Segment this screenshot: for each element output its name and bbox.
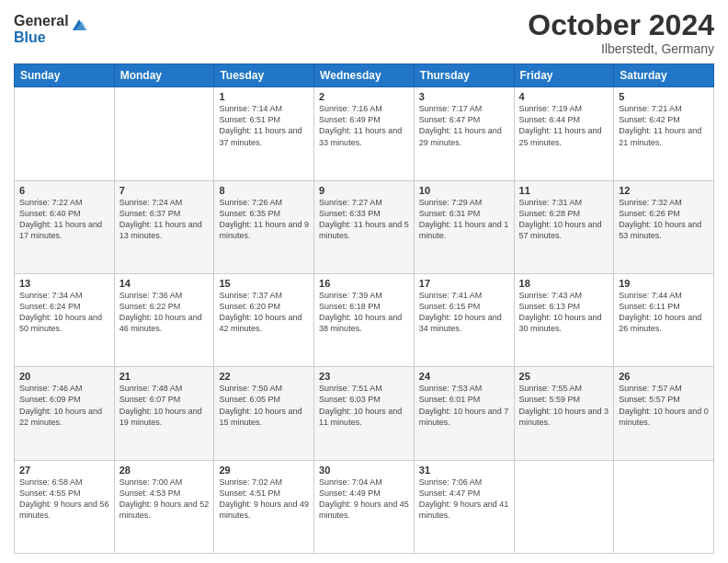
day-info: Sunrise: 7:32 AMSunset: 6:26 PMDaylight:… xyxy=(619,197,709,242)
calendar-cell: 20Sunrise: 7:46 AMSunset: 6:09 PMDayligh… xyxy=(15,367,115,460)
calendar-cell xyxy=(514,460,614,553)
calendar-table: SundayMondayTuesdayWednesdayThursdayFrid… xyxy=(14,63,714,554)
calendar-cell xyxy=(114,87,214,180)
calendar-cell: 14Sunrise: 7:36 AMSunset: 6:22 PMDayligh… xyxy=(114,273,214,366)
day-info: Sunrise: 7:48 AMSunset: 6:07 PMDaylight:… xyxy=(119,383,210,428)
day-number: 26 xyxy=(619,371,709,382)
calendar-cell: 3Sunrise: 7:17 AMSunset: 6:47 PMDaylight… xyxy=(414,87,514,180)
calendar-cell: 1Sunrise: 7:14 AMSunset: 6:51 PMDaylight… xyxy=(214,87,314,180)
day-number: 27 xyxy=(19,465,109,476)
day-info: Sunrise: 7:51 AMSunset: 6:03 PMDaylight:… xyxy=(319,383,409,428)
header-cell-thursday: Thursday xyxy=(414,64,514,87)
day-info: Sunrise: 7:53 AMSunset: 6:01 PMDaylight:… xyxy=(419,383,509,428)
day-number: 16 xyxy=(319,278,409,289)
day-number: 23 xyxy=(319,371,409,382)
day-number: 17 xyxy=(419,278,509,289)
calendar-week-3: 20Sunrise: 7:46 AMSunset: 6:09 PMDayligh… xyxy=(15,367,714,460)
day-number: 25 xyxy=(519,371,609,382)
calendar-cell: 17Sunrise: 7:41 AMSunset: 6:15 PMDayligh… xyxy=(414,273,514,366)
day-info: Sunrise: 7:16 AMSunset: 6:49 PMDaylight:… xyxy=(319,103,409,148)
day-number: 21 xyxy=(119,371,210,382)
header-cell-friday: Friday xyxy=(514,64,614,87)
day-info: Sunrise: 7:27 AMSunset: 6:33 PMDaylight:… xyxy=(319,197,409,242)
title-block: October 2024 Ilberstedt, Germany xyxy=(528,9,714,56)
calendar-cell: 15Sunrise: 7:37 AMSunset: 6:20 PMDayligh… xyxy=(214,273,314,366)
calendar-cell xyxy=(15,87,115,180)
calendar-cell: 24Sunrise: 7:53 AMSunset: 6:01 PMDayligh… xyxy=(414,367,514,460)
day-number: 4 xyxy=(519,91,609,102)
calendar-cell: 12Sunrise: 7:32 AMSunset: 6:26 PMDayligh… xyxy=(614,180,714,273)
logo-blue: Blue xyxy=(14,29,69,46)
day-number: 6 xyxy=(19,185,109,196)
calendar-cell xyxy=(614,460,714,553)
calendar-cell: 22Sunrise: 7:50 AMSunset: 6:05 PMDayligh… xyxy=(214,367,314,460)
day-info: Sunrise: 7:17 AMSunset: 6:47 PMDaylight:… xyxy=(419,103,509,148)
header-cell-tuesday: Tuesday xyxy=(214,64,314,87)
day-number: 9 xyxy=(319,185,409,196)
header-cell-sunday: Sunday xyxy=(15,64,115,87)
day-info: Sunrise: 7:37 AMSunset: 6:20 PMDaylight:… xyxy=(219,290,309,335)
calendar-cell: 18Sunrise: 7:43 AMSunset: 6:13 PMDayligh… xyxy=(514,273,614,366)
calendar-cell: 6Sunrise: 7:22 AMSunset: 6:40 PMDaylight… xyxy=(15,180,115,273)
day-number: 12 xyxy=(619,185,709,196)
calendar-cell: 4Sunrise: 7:19 AMSunset: 6:44 PMDaylight… xyxy=(514,87,614,180)
day-number: 11 xyxy=(519,185,609,196)
calendar-cell: 16Sunrise: 7:39 AMSunset: 6:18 PMDayligh… xyxy=(314,273,415,366)
day-info: Sunrise: 7:41 AMSunset: 6:15 PMDaylight:… xyxy=(419,290,509,335)
day-info: Sunrise: 7:44 AMSunset: 6:11 PMDaylight:… xyxy=(619,290,709,335)
logo: General Blue xyxy=(14,13,87,45)
day-number: 7 xyxy=(119,185,210,196)
day-info: Sunrise: 7:19 AMSunset: 6:44 PMDaylight:… xyxy=(519,103,609,148)
day-number: 14 xyxy=(119,278,210,289)
calendar-cell: 11Sunrise: 7:31 AMSunset: 6:28 PMDayligh… xyxy=(514,180,614,273)
header-cell-monday: Monday xyxy=(114,64,214,87)
day-info: Sunrise: 7:55 AMSunset: 5:59 PMDaylight:… xyxy=(519,383,609,428)
calendar-body: 1Sunrise: 7:14 AMSunset: 6:51 PMDaylight… xyxy=(15,87,714,554)
calendar-cell: 25Sunrise: 7:55 AMSunset: 5:59 PMDayligh… xyxy=(514,367,614,460)
day-number: 19 xyxy=(619,278,709,289)
day-info: Sunrise: 7:21 AMSunset: 6:42 PMDaylight:… xyxy=(619,103,709,148)
day-info: Sunrise: 7:46 AMSunset: 6:09 PMDaylight:… xyxy=(19,383,109,428)
day-info: Sunrise: 7:14 AMSunset: 6:51 PMDaylight:… xyxy=(219,103,309,148)
day-info: Sunrise: 7:26 AMSunset: 6:35 PMDaylight:… xyxy=(219,197,309,242)
calendar-header: SundayMondayTuesdayWednesdayThursdayFrid… xyxy=(15,64,714,87)
logo-icon xyxy=(71,17,87,34)
day-number: 24 xyxy=(419,371,509,382)
calendar-week-0: 1Sunrise: 7:14 AMSunset: 6:51 PMDaylight… xyxy=(15,87,714,180)
calendar-cell: 30Sunrise: 7:04 AMSunset: 4:49 PMDayligh… xyxy=(314,460,415,553)
calendar-cell: 26Sunrise: 7:57 AMSunset: 5:57 PMDayligh… xyxy=(614,367,714,460)
day-info: Sunrise: 7:04 AMSunset: 4:49 PMDaylight:… xyxy=(319,477,409,522)
header: General Blue October 2024 Ilberstedt, Ge… xyxy=(14,9,714,56)
day-info: Sunrise: 7:43 AMSunset: 6:13 PMDaylight:… xyxy=(519,290,609,335)
day-number: 3 xyxy=(419,91,509,102)
calendar-cell: 27Sunrise: 6:58 AMSunset: 4:55 PMDayligh… xyxy=(15,460,115,553)
day-number: 22 xyxy=(219,371,309,382)
day-number: 13 xyxy=(19,278,109,289)
day-info: Sunrise: 7:57 AMSunset: 5:57 PMDaylight:… xyxy=(619,383,709,428)
day-number: 10 xyxy=(419,185,509,196)
day-info: Sunrise: 7:39 AMSunset: 6:18 PMDaylight:… xyxy=(319,290,409,335)
calendar-cell: 7Sunrise: 7:24 AMSunset: 6:37 PMDaylight… xyxy=(114,180,214,273)
day-number: 18 xyxy=(519,278,609,289)
calendar-cell: 28Sunrise: 7:00 AMSunset: 4:53 PMDayligh… xyxy=(114,460,214,553)
calendar-cell: 9Sunrise: 7:27 AMSunset: 6:33 PMDaylight… xyxy=(314,180,415,273)
location-title: Ilberstedt, Germany xyxy=(528,41,714,56)
day-number: 8 xyxy=(219,185,309,196)
day-info: Sunrise: 7:24 AMSunset: 6:37 PMDaylight:… xyxy=(119,197,210,242)
calendar-cell: 19Sunrise: 7:44 AMSunset: 6:11 PMDayligh… xyxy=(614,273,714,366)
day-number: 28 xyxy=(119,465,210,476)
day-info: Sunrise: 6:58 AMSunset: 4:55 PMDaylight:… xyxy=(19,477,109,522)
day-info: Sunrise: 7:29 AMSunset: 6:31 PMDaylight:… xyxy=(419,197,509,242)
calendar-cell: 10Sunrise: 7:29 AMSunset: 6:31 PMDayligh… xyxy=(414,180,514,273)
day-number: 29 xyxy=(219,465,309,476)
day-number: 5 xyxy=(619,91,709,102)
day-info: Sunrise: 7:02 AMSunset: 4:51 PMDaylight:… xyxy=(219,477,309,522)
calendar-cell: 31Sunrise: 7:06 AMSunset: 4:47 PMDayligh… xyxy=(414,460,514,553)
header-cell-wednesday: Wednesday xyxy=(314,64,415,87)
page: General Blue October 2024 Ilberstedt, Ge… xyxy=(0,0,728,563)
day-info: Sunrise: 7:22 AMSunset: 6:40 PMDaylight:… xyxy=(19,197,109,242)
day-info: Sunrise: 7:34 AMSunset: 6:24 PMDaylight:… xyxy=(19,290,109,335)
calendar-week-4: 27Sunrise: 6:58 AMSunset: 4:55 PMDayligh… xyxy=(15,460,714,553)
calendar-cell: 21Sunrise: 7:48 AMSunset: 6:07 PMDayligh… xyxy=(114,367,214,460)
day-number: 15 xyxy=(219,278,309,289)
